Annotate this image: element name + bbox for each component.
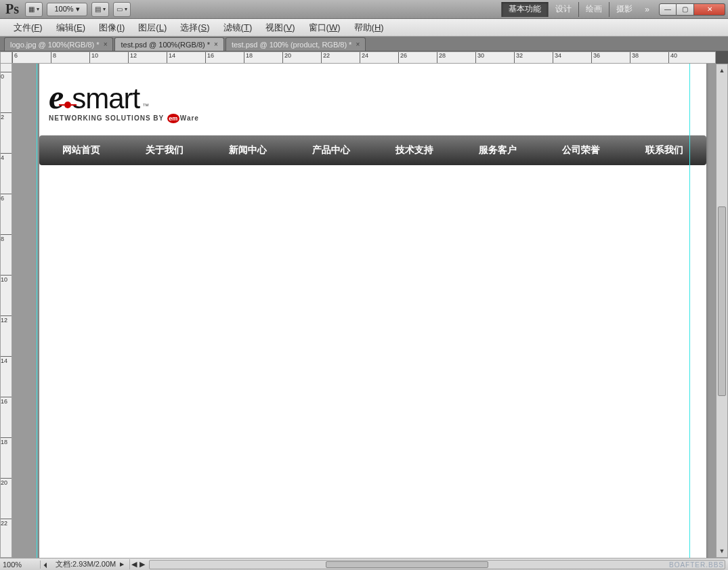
application-bar: Ps ▦▾ 100% ▾ ▤▾ ▭▾ 基本功能 设计 绘画 摄影 » — ▢ ✕ <box>0 0 728 19</box>
status-arrow-icon[interactable]: ⏴ <box>41 561 50 569</box>
tab-close-icon[interactable]: × <box>104 41 108 48</box>
workspace-more-icon[interactable]: » <box>639 5 655 14</box>
ruler-tick: 38 <box>630 52 639 64</box>
status-nav-left-icon[interactable]: ◀ <box>130 560 138 569</box>
tab-close-icon[interactable]: × <box>356 41 360 48</box>
hscroll-thumb[interactable] <box>326 561 488 568</box>
ruler-tick: 26 <box>398 52 407 64</box>
ruler-tick: 22 <box>321 52 330 64</box>
ruler-tick: 22 <box>1 519 12 527</box>
nav-item-7[interactable]: 联系我们 <box>623 135 706 165</box>
ruler-tick: 34 <box>553 52 561 64</box>
guide-vertical-left[interactable] <box>37 64 37 558</box>
scroll-up-icon[interactable]: ▲ <box>718 66 726 75</box>
arrange-documents-button[interactable]: ▤▾ <box>91 2 109 17</box>
menu-help[interactable]: 帮助(H) <box>347 19 391 37</box>
logo-connector-icon <box>64 102 71 108</box>
menu-edit[interactable]: 编辑(E) <box>49 19 92 37</box>
document-tab-bar: logo.jpg @ 100%(RGB/8) *×test.psd @ 100%… <box>0 37 728 51</box>
nav-item-5[interactable]: 服务客户 <box>456 135 540 165</box>
horizontal-scrollbar[interactable] <box>149 560 725 569</box>
nav-item-6[interactable]: 公司荣誉 <box>540 135 623 165</box>
ruler-tick: 36 <box>591 52 600 64</box>
ruler-tick: 30 <box>475 52 484 64</box>
nav-item-3[interactable]: 产品中心 <box>289 135 372 165</box>
ruler-tick: 4 <box>1 153 12 161</box>
vertical-scrollbar[interactable]: ▲ ▼ <box>716 64 728 558</box>
minimize-button[interactable]: — <box>659 3 677 16</box>
ruler-horizontal[interactable]: 6810121416182022242628303234363840 <box>12 51 716 64</box>
ruler-tick: 0 <box>1 72 12 80</box>
document-tab-label: test.psd @ 100%(RGB/8) * <box>121 41 210 49</box>
document-tab-2[interactable]: test.psd @ 100% (product, RGB/8) *× <box>226 37 366 51</box>
guide-vertical-right[interactable] <box>689 64 690 558</box>
status-bar: 100% ⏴ 文档:2.93M/2.00M▶ ◀ ▶ <box>0 558 728 570</box>
window-controls: — ▢ ✕ <box>659 3 725 16</box>
workspace-design[interactable]: 设计 <box>548 2 578 17</box>
maximize-button[interactable]: ▢ <box>677 3 694 16</box>
close-button[interactable]: ✕ <box>694 3 725 16</box>
menu-select[interactable]: 选择(S) <box>173 19 216 37</box>
ruler-tick: 6 <box>1 194 12 202</box>
screen-icon: ▭ <box>116 5 123 13</box>
ruler-tick: 18 <box>244 52 253 64</box>
ruler-tick: 28 <box>437 52 446 64</box>
menu-file[interactable]: 文件(F) <box>7 19 49 37</box>
ruler-tick: 6 <box>12 52 18 64</box>
site-logo: e smart ™ NETWORKING SOLUTIONS BY emWare <box>39 64 706 129</box>
nav-item-2[interactable]: 新闻中心 <box>206 135 289 165</box>
ruler-tick: 16 <box>205 52 214 64</box>
canvas-viewport[interactable]: e smart ™ NETWORKING SOLUTIONS BY emWare… <box>12 64 716 558</box>
ruler-tick: 18 <box>1 437 12 445</box>
scroll-down-icon[interactable]: ▼ <box>718 546 726 556</box>
menu-window[interactable]: 窗口(W) <box>302 19 347 37</box>
menu-view[interactable]: 视图(V) <box>259 19 301 37</box>
watermark: BOAFTER.BBS <box>669 561 724 569</box>
ruler-tick: 40 <box>668 52 677 64</box>
site-nav: 网站首页关于我们新闻中心产品中心技术支持服务客户公司荣誉联系我们 <box>39 135 706 165</box>
ruler-tick: 20 <box>1 478 12 486</box>
ruler-tick: 10 <box>1 275 12 283</box>
ruler-vertical[interactable]: 024681012141618202224 <box>0 64 12 558</box>
nav-item-4[interactable]: 技术支持 <box>373 135 456 165</box>
scroll-thumb[interactable] <box>718 206 726 396</box>
ruler-tick: 12 <box>1 315 12 324</box>
ruler-tick: 2 <box>1 112 12 120</box>
nav-item-1[interactable]: 关于我们 <box>123 135 206 165</box>
workspace-basic[interactable]: 基本功能 <box>501 2 548 17</box>
menu-layer[interactable]: 图层(L) <box>131 19 173 37</box>
film-icon: ▦ <box>28 5 35 13</box>
work-area: 6810121416182022242628303234363840 02468… <box>0 51 728 558</box>
document-tab-1[interactable]: test.psd @ 100%(RGB/8) *× <box>114 37 223 51</box>
ruler-tick: 10 <box>89 52 98 64</box>
status-doc-info[interactable]: 文档:2.93M/2.00M▶ <box>50 559 130 569</box>
logo-tagline: NETWORKING SOLUTIONS BY emWare <box>49 114 706 123</box>
document-tab-label: logo.jpg @ 100%(RGB/8) * <box>10 41 100 49</box>
emware-badge-icon: em <box>167 114 179 123</box>
nav-item-0[interactable]: 网站首页 <box>39 135 123 165</box>
canvas[interactable]: e smart ™ NETWORKING SOLUTIONS BY emWare… <box>39 64 706 558</box>
document-tab-0[interactable]: logo.jpg @ 100%(RGB/8) *× <box>4 37 113 51</box>
ruler-tick: 24 <box>360 52 368 64</box>
ruler-tick: 8 <box>1 234 12 242</box>
trademark-icon: ™ <box>142 102 149 110</box>
workspace-paint[interactable]: 绘画 <box>578 2 609 17</box>
menu-bar: 文件(F) 编辑(E) 图像(I) 图层(L) 选择(S) 滤镜(T) 视图(V… <box>0 19 728 37</box>
tab-close-icon[interactable]: × <box>214 41 218 48</box>
ruler-tick: 12 <box>128 52 137 64</box>
app-logo: Ps <box>5 1 19 17</box>
menu-image[interactable]: 图像(I) <box>92 19 131 37</box>
ruler-tick: 8 <box>51 52 56 64</box>
zoom-field[interactable]: 100% ▾ <box>47 3 87 16</box>
ruler-tick: 14 <box>1 356 12 364</box>
status-nav-right-icon[interactable]: ▶ <box>138 560 146 569</box>
bridge-button[interactable]: ▦▾ <box>25 2 43 17</box>
ruler-tick: 14 <box>167 52 175 64</box>
ruler-tick: 16 <box>1 397 12 405</box>
document-tab-label: test.psd @ 100% (product, RGB/8) * <box>232 41 351 49</box>
workspace-photo[interactable]: 摄影 <box>609 2 639 17</box>
screen-mode-button[interactable]: ▭▾ <box>113 2 131 17</box>
status-zoom[interactable]: 100% <box>0 561 41 569</box>
menu-filter[interactable]: 滤镜(T) <box>217 19 259 37</box>
ruler-tick: 32 <box>514 52 523 64</box>
